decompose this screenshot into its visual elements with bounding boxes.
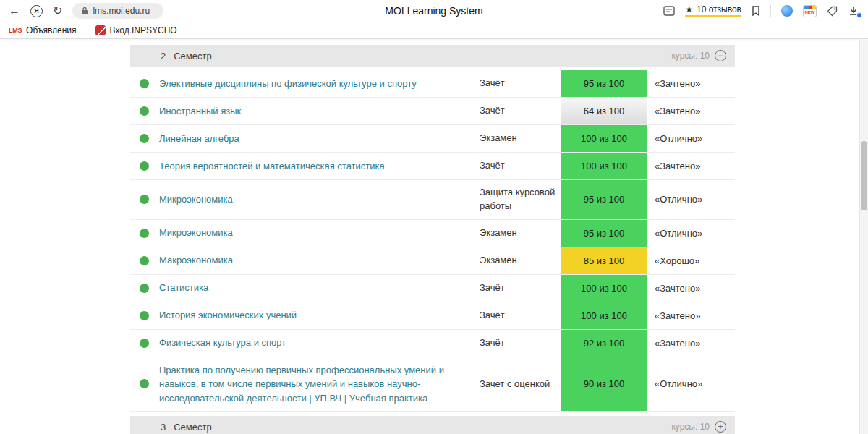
status-cell <box>130 180 159 219</box>
reviews-button[interactable]: ★ 10 отзывов <box>685 4 741 17</box>
back-icon[interactable]: ← <box>9 5 20 17</box>
exam-type: Зачёт <box>480 275 561 302</box>
reviews-label: 10 отзывов <box>697 4 741 14</box>
course-link[interactable]: Элективные дисциплины по физической куль… <box>159 77 417 91</box>
bookmarks-bar: LMS Объявления Вход.INPSYCHO <box>0 22 868 39</box>
course-cell: Микроэкономика <box>159 180 480 219</box>
status-dot-icon <box>140 284 149 293</box>
star-icon: ★ <box>685 4 693 14</box>
grade-text: «Зачтено» <box>647 330 735 357</box>
status-cell <box>130 275 159 302</box>
exam-type: Экзамен <box>480 247 561 274</box>
score-badge: 92 из 100 <box>561 330 647 357</box>
expand-icon[interactable]: + <box>715 421 726 433</box>
exam-type: Зачёт <box>480 98 561 124</box>
extension-new-label: NEW <box>804 9 816 17</box>
course-link[interactable]: Физическая культура и спорт <box>159 336 286 350</box>
course-link[interactable]: Теория вероятностей и математическая ста… <box>159 159 385 174</box>
address-bar[interactable]: lms.moi.edu.ru <box>72 3 163 19</box>
course-cell: Микроэкономика <box>159 220 480 247</box>
grade-text: «Отлично» <box>647 125 735 152</box>
collapse-icon[interactable]: − <box>715 50 726 61</box>
table-row: Статистика Зачёт 100 из 100 «Зачтено» <box>130 275 735 302</box>
browser-toolbar: ← Я ↻ lms.moi.edu.ru MOI Learning System… <box>0 0 868 22</box>
grade-text: «Зачтено» <box>647 302 735 329</box>
course-link[interactable]: Линейная алгебра <box>159 132 239 146</box>
course-link[interactable]: Макроэкономика <box>159 253 233 268</box>
scrollbar-thumb[interactable] <box>861 141 867 210</box>
status-dot-icon <box>140 339 149 348</box>
exam-type: Защита курсовой работы <box>480 180 561 219</box>
status-cell <box>130 98 159 124</box>
bookmark-label: Вход.INPSYCHO <box>110 25 177 35</box>
semester-2-header: 2 Семестр курсы: 10 − <box>130 45 735 67</box>
status-cell <box>130 153 159 179</box>
course-link[interactable]: Микроэкономика <box>159 226 233 240</box>
course-link[interactable]: Статистика <box>159 281 208 295</box>
course-link[interactable]: История экономических учений <box>159 308 297 323</box>
course-link[interactable]: Практика по получению первичных професси… <box>159 363 469 406</box>
exam-type: Экзамен <box>480 125 561 152</box>
bookmark-icon[interactable] <box>752 6 760 16</box>
score-badge: 100 из 100 <box>561 275 647 302</box>
grade-text: «Зачтено» <box>647 275 735 302</box>
refresh-icon[interactable]: ↻ <box>53 5 62 17</box>
bookmark-item-inpsycho[interactable]: Вход.INPSYCHO <box>95 25 177 35</box>
exam-type: Зачёт <box>480 330 561 357</box>
course-link[interactable]: Микроэкономика <box>159 192 233 207</box>
extension-new-icon[interactable]: NEW <box>803 5 817 17</box>
status-cell <box>130 220 159 247</box>
status-dot-icon <box>140 379 149 388</box>
course-cell: Физическая культура и спорт <box>159 330 480 357</box>
status-dot-icon <box>140 195 149 204</box>
inpsycho-favicon <box>95 25 106 35</box>
table-row: Микроэкономика Экзамен 95 из 100 «Отличн… <box>130 220 735 247</box>
grade-text: «Зачтено» <box>647 98 735 124</box>
table-row: Элективные дисциплины по физической куль… <box>130 70 735 98</box>
extension-tag-icon[interactable] <box>827 6 838 17</box>
score-badge: 100 из 100 <box>561 302 647 329</box>
bookmark-label: Объявления <box>26 25 76 35</box>
course-link[interactable]: Иностранный язык <box>159 104 241 119</box>
semester-number: 2 <box>161 51 166 61</box>
course-cell: Линейная алгебра <box>159 125 480 152</box>
download-icon[interactable] <box>848 5 859 17</box>
exam-type: Зачёт <box>480 153 561 179</box>
score-badge: 100 из 100 <box>561 153 647 179</box>
score-badge: 100 из 100 <box>561 125 647 152</box>
status-cell <box>130 330 159 357</box>
panel-icon[interactable] <box>663 6 675 16</box>
address-url: lms.moi.edu.ru <box>93 6 150 16</box>
extension-browser-icon[interactable] <box>781 5 793 17</box>
course-cell: Практика по получению первичных професси… <box>159 357 480 412</box>
course-cell: Иностранный язык <box>159 98 480 124</box>
yandex-menu-icon[interactable]: Я <box>30 5 43 17</box>
vertical-scrollbar[interactable] <box>859 40 868 434</box>
score-badge: 95 из 100 <box>561 220 647 247</box>
lock-icon <box>81 7 88 15</box>
course-table: Элективные дисциплины по физической куль… <box>130 70 735 412</box>
course-cell: Теория вероятностей и математическая ста… <box>159 153 480 179</box>
courses-count-label: курсы: 10 <box>671 422 710 432</box>
status-dot-icon <box>140 134 149 143</box>
status-dot-icon <box>140 256 149 265</box>
toolbar-right-cluster: ★ 10 отзывов NEW <box>663 4 859 17</box>
status-dot-icon <box>140 106 149 116</box>
score-badge: 90 из 100 <box>561 357 647 412</box>
bookmark-item-announcements[interactable]: LMS Объявления <box>9 25 77 35</box>
exam-type: Зачёт <box>480 70 561 97</box>
status-cell <box>130 302 159 329</box>
course-cell: Статистика <box>159 275 480 302</box>
grade-text: «Отлично» <box>647 220 735 247</box>
status-dot-icon <box>140 311 149 320</box>
download-badge <box>856 12 862 18</box>
exam-type: Зачёт <box>480 302 561 329</box>
status-cell <box>130 247 159 274</box>
table-row: Иностранный язык Зачёт 64 из 100 «Зачтен… <box>130 98 735 125</box>
status-dot-icon <box>140 229 149 238</box>
score-badge: 95 из 100 <box>561 70 647 97</box>
grade-text: «Зачтено» <box>647 153 735 179</box>
courses-count-label: курсы: 10 <box>671 51 710 61</box>
toolbar-divider <box>770 5 771 17</box>
semester-title: Семестр <box>174 51 211 61</box>
